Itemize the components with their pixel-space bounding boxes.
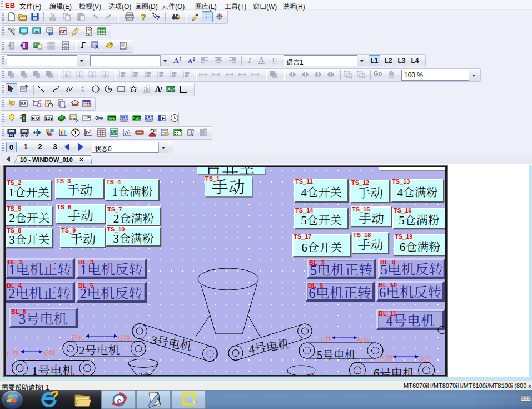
svg-text:123: 123 [9, 134, 15, 137]
svg-text:A: A [155, 85, 161, 93]
svg-text:A: A [188, 57, 192, 64]
svg-text:A: A [259, 56, 264, 63]
svg-text:A: A [173, 56, 179, 65]
svg-text:U: U [272, 56, 277, 64]
svg-text:I: I [248, 56, 251, 65]
svg-text:H-O: H-O [32, 116, 39, 120]
svg-text:999: 999 [121, 116, 127, 120]
svg-text:CF: CF [59, 29, 66, 35]
svg-text:999: 999 [108, 116, 115, 120]
svg-text:H-O: H-O [21, 134, 28, 137]
svg-text:F: F [162, 116, 165, 121]
svg-text:CSV: CSV [86, 28, 92, 32]
svg-text:123: 123 [45, 116, 53, 121]
svg-text:ABC: ABC [132, 116, 141, 120]
svg-text:?: ? [141, 12, 146, 21]
svg-text:ABC: ABC [145, 116, 153, 120]
svg-text:?: ? [156, 14, 160, 21]
